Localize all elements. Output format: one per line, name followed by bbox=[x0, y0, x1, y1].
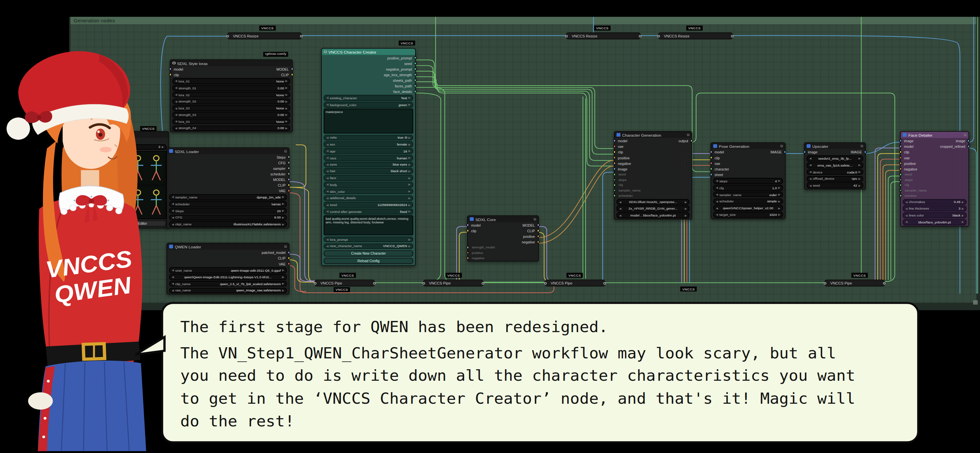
widget-ckpt_name[interactable]: ◀ckpt_nameIllustriousXLFlatMix.safetenso… bbox=[169, 221, 287, 227]
vnccs-pipe-2[interactable]: VNCCS Pipe bbox=[423, 280, 484, 287]
increment-arrow[interactable]: ▶ bbox=[285, 79, 288, 83]
widget-eyes[interactable]: ◀eyesblue eyes▶ bbox=[324, 162, 413, 168]
decrement-arrow[interactable]: ◀ bbox=[809, 177, 811, 181]
output-dot[interactable] bbox=[603, 282, 606, 285]
node-titlebar[interactable]: VNCCS Character Creator bbox=[322, 49, 415, 55]
widget-lora_04[interactable]: ◀lora_04None▶ bbox=[172, 119, 290, 125]
button[interactable]: Reload Config bbox=[324, 258, 413, 264]
increment-arrow[interactable]: ▶ bbox=[282, 269, 284, 272]
output-port[interactable] bbox=[537, 241, 540, 244]
next-arrow[interactable]: ▶ bbox=[684, 200, 687, 204]
increment-arrow[interactable]: ▶ bbox=[162, 146, 164, 149]
decrement-arrow[interactable]: ◀ bbox=[175, 79, 177, 83]
widget-chromakey[interactable]: ◀chromakey0.45▶ bbox=[903, 199, 967, 205]
output-port[interactable] bbox=[288, 167, 291, 170]
increment-arrow[interactable]: ▶ bbox=[408, 210, 410, 213]
prev-arrow[interactable]: ◀ bbox=[716, 206, 718, 209]
prev-arrow[interactable]: ◀ bbox=[619, 214, 621, 217]
decrement-arrow[interactable]: ◀ bbox=[905, 207, 908, 210]
decrement-arrow[interactable]: ◀ bbox=[716, 213, 718, 217]
increment-arrow[interactable]: ▶ bbox=[778, 179, 780, 183]
widget-age[interactable]: ◀age18▶ bbox=[324, 148, 413, 154]
node-titlebar[interactable]: Upscaler⧉ bbox=[805, 143, 865, 149]
vnccs-resize-1[interactable]: VNCCS Resize bbox=[227, 33, 302, 40]
collapse-icon[interactable]: ⧉ bbox=[534, 217, 536, 221]
collapse-dot[interactable] bbox=[823, 282, 826, 285]
increment-arrow[interactable]: ▶ bbox=[778, 213, 780, 217]
increment-arrow[interactable]: ▶ bbox=[778, 193, 780, 196]
input-port[interactable] bbox=[899, 145, 902, 148]
increment-arrow[interactable]: ▶ bbox=[408, 149, 410, 153]
next-arrow[interactable]: ▶ bbox=[684, 207, 687, 210]
prev-arrow[interactable]: ◀ bbox=[809, 163, 811, 167]
qwen-loader[interactable]: QWEN Loader⧉patched_modelCLIPVAE◀unet_na… bbox=[167, 243, 290, 295]
increment-arrow[interactable]: ▶ bbox=[408, 143, 410, 146]
decrement-arrow[interactable]: ◀ bbox=[716, 193, 718, 196]
node-titlebar[interactable]: SDXL Style loras bbox=[170, 60, 292, 66]
widget-line-thickness[interactable]: ◀line thickness3▶ bbox=[903, 206, 967, 212]
vnccs-pipe-3[interactable]: VNCCS Pipe bbox=[545, 280, 605, 287]
upscaler[interactable]: Upscaler⧉imageIMAGE◀seedvr2_ema_3b_fp...… bbox=[804, 142, 866, 190]
increment-arrow[interactable]: ▶ bbox=[285, 93, 288, 96]
input-port[interactable] bbox=[899, 189, 902, 192]
increment-arrow[interactable]: ▶ bbox=[285, 120, 288, 123]
increment-arrow[interactable]: ▶ bbox=[408, 97, 410, 100]
increment-arrow[interactable]: ▶ bbox=[408, 238, 410, 241]
widget-strength_03[interactable]: ◀strength_030.00▶ bbox=[172, 112, 290, 117]
text-widget[interactable]: bad quality,worst quality,worst detail,s… bbox=[324, 215, 413, 236]
toggle-indicator[interactable] bbox=[405, 136, 407, 139]
node-titlebar[interactable]: Face Detailer⧉ bbox=[901, 132, 969, 138]
next-arrow[interactable]: ▶ bbox=[778, 206, 780, 209]
increment-arrow[interactable]: ▶ bbox=[408, 103, 410, 106]
character-generation[interactable]: Character Generation⧉modeloutputvaeclipp… bbox=[614, 131, 692, 220]
output-port[interactable] bbox=[414, 62, 417, 65]
increment-arrow[interactable]: ▶ bbox=[282, 209, 284, 212]
next-arrow[interactable]: ▶ bbox=[858, 163, 861, 167]
decrement-arrow[interactable]: ◀ bbox=[326, 103, 329, 106]
prev-arrow[interactable]: ◀ bbox=[809, 157, 811, 160]
combo-widget[interactable]: ◀model .. bbox/face_yolov8m.pt▶ bbox=[616, 212, 689, 218]
vnccs-pipe-1[interactable]: VNCCS Pipe bbox=[315, 280, 375, 287]
input-port[interactable] bbox=[466, 224, 469, 226]
decrement-arrow[interactable]: ◀ bbox=[175, 120, 177, 123]
decrement-arrow[interactable]: ◀ bbox=[326, 97, 329, 100]
widget-lines-color[interactable]: ◀lines colorblack▶ bbox=[903, 212, 967, 218]
input-port[interactable] bbox=[466, 246, 469, 249]
input-port[interactable] bbox=[613, 189, 616, 192]
widget-cfg[interactable]: ◀cfg1.0▶ bbox=[713, 185, 783, 190]
collapse-icon[interactable]: ⧉ bbox=[687, 133, 689, 137]
output-port[interactable] bbox=[414, 84, 417, 87]
decrement-arrow[interactable]: ◀ bbox=[172, 289, 174, 292]
output-dot[interactable] bbox=[373, 282, 376, 285]
input-port[interactable] bbox=[899, 194, 902, 197]
input-port[interactable] bbox=[169, 73, 172, 76]
decrement-arrow[interactable]: ◀ bbox=[326, 183, 329, 186]
decrement-arrow[interactable]: ◀ bbox=[716, 179, 718, 183]
button[interactable]: Create New Character bbox=[324, 250, 413, 257]
output-port[interactable] bbox=[414, 68, 417, 71]
widget-seed[interactable]: ◀seed42▶ bbox=[807, 182, 863, 188]
widget-target_size[interactable]: ◀target_size1024▶ bbox=[713, 212, 783, 217]
decrement-arrow[interactable]: ◀ bbox=[172, 196, 174, 199]
output-port[interactable] bbox=[414, 56, 417, 59]
prev-arrow[interactable]: ◀ bbox=[619, 200, 621, 204]
increment-arrow[interactable]: ▶ bbox=[408, 176, 410, 180]
node-titlebar[interactable]: QWEN Loader⧉ bbox=[167, 244, 289, 250]
prev-arrow[interactable]: ◀ bbox=[172, 275, 174, 279]
output-port[interactable] bbox=[864, 150, 867, 154]
increment-arrow[interactable]: ▶ bbox=[408, 163, 410, 166]
increment-arrow[interactable]: ▶ bbox=[282, 196, 284, 199]
input-port[interactable] bbox=[613, 139, 616, 142]
output-port[interactable] bbox=[414, 73, 417, 76]
input-port[interactable] bbox=[710, 150, 713, 154]
widget-offload_device[interactable]: ◀offload_devicecpu▶ bbox=[807, 176, 863, 182]
decrement-arrow[interactable]: ◀ bbox=[175, 100, 177, 103]
decrement-arrow[interactable]: ◀ bbox=[172, 209, 174, 212]
input-port[interactable] bbox=[613, 150, 616, 154]
decrement-arrow[interactable]: ◀ bbox=[326, 136, 329, 139]
node-titlebar[interactable]: SDXL Loader⧉ bbox=[167, 148, 289, 154]
input-port[interactable] bbox=[613, 168, 616, 171]
increment-arrow[interactable]: ▶ bbox=[282, 223, 284, 226]
combo-widget[interactable]: ◀2x_APISR_RRDB_GAN_gener...▶ bbox=[616, 206, 689, 212]
output-port[interactable] bbox=[291, 68, 294, 71]
